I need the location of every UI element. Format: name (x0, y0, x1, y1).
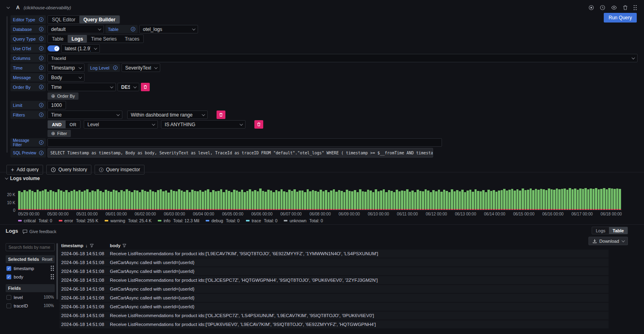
message-filter-input[interactable] (47, 138, 442, 147)
volume-bar (553, 190, 555, 210)
sort-desc-icon[interactable]: ↓ (85, 243, 88, 248)
volume-bar (487, 190, 490, 210)
order-by-direction-select[interactable]: DESC (118, 83, 139, 91)
volume-bar (47, 192, 50, 210)
info-icon[interactable]: i (39, 113, 43, 117)
query-type-logs[interactable]: Logs (68, 35, 87, 43)
remove-filter-button[interactable] (217, 111, 225, 119)
filter-funnel-icon[interactable] (90, 244, 94, 248)
volume-bar (183, 192, 186, 210)
volume-bar (223, 192, 225, 210)
volume-bar (577, 190, 579, 210)
legend-item-trace[interactable]: traceTotal: 0 (246, 218, 277, 223)
reset-fields-button[interactable]: Reset (42, 257, 52, 262)
field-search-input[interactable] (6, 243, 55, 251)
fields-header: Fields (6, 284, 55, 292)
checkbox-unchecked[interactable] (6, 295, 11, 300)
volume-bar (264, 192, 267, 210)
info-icon[interactable]: i (39, 17, 43, 22)
y-axis-tick: 10 K (0, 201, 15, 205)
drag-handle-icon[interactable] (634, 5, 637, 10)
duplicate-query-icon[interactable] (588, 5, 594, 10)
info-icon[interactable]: i (39, 56, 43, 60)
remove-order-by-button[interactable] (141, 83, 150, 91)
add-filter-button[interactable]: ⊕Filter (47, 130, 71, 137)
query-type-traces[interactable]: Traces (121, 35, 143, 43)
info-icon[interactable]: i (39, 46, 43, 51)
time-column-select[interactable]: Timestamp (47, 64, 85, 72)
volume-bar (147, 192, 149, 210)
add-order-by-button[interactable]: ⊕Order By (47, 92, 78, 100)
timestamp-column-header[interactable]: timestamp (61, 243, 83, 248)
filter2-operator-select[interactable]: IS ANYTHING (161, 120, 246, 129)
log-table-row: 2024-06-18 14:51:08GetCartAsync called w… (60, 267, 609, 275)
and-option[interactable]: AND (48, 121, 66, 128)
volume-bar (31, 191, 34, 210)
info-icon[interactable]: i (39, 140, 43, 145)
sidebar-scrollbar[interactable] (56, 243, 58, 299)
use-otel-toggle[interactable]: ✓ (47, 45, 60, 51)
checkbox-checked[interactable]: ✓ (6, 275, 11, 279)
view-table-option[interactable]: Table (609, 227, 627, 234)
legend-item-warning[interactable]: warningTotal: 25.4 K (105, 218, 151, 223)
remove-filter2-button[interactable] (254, 120, 263, 129)
drag-handle-icon[interactable] (51, 274, 54, 279)
filter-operator-select[interactable]: Within dashboard time range (127, 111, 208, 119)
table-select[interactable]: otel_logs (139, 25, 198, 33)
volume-bar (369, 191, 372, 210)
or-option[interactable]: OR (66, 121, 80, 128)
legend-item-unknown[interactable]: unknownTotal: 0 (284, 218, 323, 223)
info-icon[interactable]: i (131, 27, 135, 31)
legend-item-critical[interactable]: criticalTotal: 0 (18, 218, 52, 223)
checkbox-checked[interactable]: ✓ (6, 266, 11, 271)
info-icon[interactable]: i (113, 66, 118, 70)
filter-field-select[interactable]: Time (47, 111, 122, 119)
logs-volume-header[interactable]: Logs volume (5, 176, 40, 181)
volume-bar (307, 189, 309, 210)
remove-query-trash-icon[interactable] (623, 5, 628, 10)
log-level-column-select[interactable]: SeverityText (122, 64, 160, 72)
query-type-table[interactable]: Table (48, 35, 68, 43)
view-logs-option[interactable]: Logs (592, 227, 609, 234)
database-select[interactable]: default (47, 25, 104, 33)
query-type-time-series[interactable]: Time Series (87, 35, 121, 43)
body-column-header[interactable]: body (110, 243, 120, 248)
info-icon[interactable]: i (39, 27, 43, 31)
info-icon[interactable]: i (39, 85, 43, 89)
info-icon[interactable]: i (39, 75, 43, 80)
editor-type-sql-editor[interactable]: SQL Editor (48, 16, 79, 23)
info-icon[interactable]: i (39, 66, 43, 70)
legend-label: info (163, 218, 170, 223)
collapse-row-icon[interactable] (6, 5, 10, 8)
volume-bar (252, 191, 254, 210)
volume-bar (472, 192, 474, 210)
legend-item-debug[interactable]: debugTotal: 0 (206, 218, 239, 223)
legend-item-error[interactable]: errorTotal: 255 K (59, 218, 99, 223)
volume-bar (126, 189, 128, 210)
filter-funnel-icon[interactable] (122, 244, 126, 248)
volume-bar (181, 191, 183, 210)
info-icon[interactable]: i (39, 151, 43, 155)
volume-bar (34, 192, 36, 210)
info-icon[interactable]: i (39, 37, 43, 41)
volume-bar (592, 189, 595, 210)
give-feedback-link[interactable]: Give feedback (23, 229, 56, 234)
volume-bar (461, 190, 464, 210)
info-icon[interactable]: i (39, 103, 43, 107)
editor-type-query-builder[interactable]: Query Builder (79, 16, 119, 23)
limit-input[interactable] (47, 101, 66, 109)
drag-handle-icon[interactable] (51, 266, 54, 271)
message-column-select[interactable]: Body (47, 73, 85, 82)
legend-item-info[interactable]: infoTotal: 12.3 Mil (158, 218, 199, 223)
volume-bar (194, 191, 196, 210)
otel-version-select[interactable]: latest (1.2.9) (61, 44, 100, 53)
checkbox-unchecked[interactable] (6, 303, 11, 308)
hide-response-eye-icon[interactable] (611, 5, 617, 10)
volume-bar (537, 190, 540, 210)
volume-bar (136, 191, 138, 210)
columns-multiselect[interactable]: TraceId (47, 54, 638, 62)
volume-bar (42, 191, 44, 210)
filter2-field-select[interactable]: Level (84, 120, 158, 129)
order-by-field-select[interactable]: Time (47, 83, 116, 91)
query-history-icon[interactable] (600, 5, 605, 10)
